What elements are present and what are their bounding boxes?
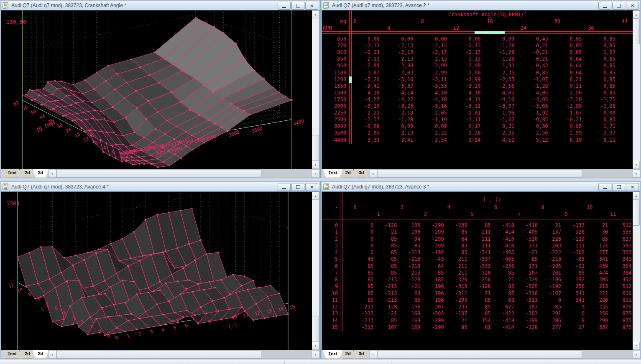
table-cell[interactable]: 474 [587,270,608,276]
table-cell[interactable]: -3,16 [382,76,414,82]
table-cell[interactable]: -303 [423,311,444,316]
row-header[interactable]: 10 [322,290,338,296]
close-button[interactable]: × [305,2,318,10]
table-cell[interactable]: -21 [517,249,538,255]
table-cell[interactable]: -2,99 [449,63,481,69]
table-cell[interactable]: 169 [399,324,420,330]
close-button[interactable]: × [626,2,639,10]
horizontal-scroll-thumb[interactable] [56,350,261,359]
row-header[interactable]: 850 [322,56,346,62]
table-cell[interactable]: 341 [610,256,631,262]
table-cell[interactable]: -3,33 [416,83,447,89]
vertical-scroll-track[interactable] [633,18,640,161]
table-cell[interactable]: -2,13 [382,110,414,116]
table-cell[interactable]: -128 [517,324,538,330]
table-cell[interactable]: 0,00 [449,36,481,42]
table-cell[interactable]: -3,07 [348,70,380,76]
table-cell[interactable]: -213 [352,304,373,310]
table-cell[interactable]: -256 [493,263,514,269]
table-cell[interactable]: 0,85 [584,63,615,69]
table-cell[interactable]: 439 [587,263,608,269]
vertical-scroll-thumb[interactable] [312,135,319,161]
table-cell[interactable]: 0,64 [551,63,582,69]
table-cell[interactable]: 211 [446,263,467,269]
table-cell[interactable]: -2,13 [449,49,481,55]
table-cell[interactable]: -21 [399,283,420,289]
table-cell[interactable]: -2,99 [416,63,447,69]
table-cell[interactable]: 85 [470,304,491,310]
table-cell[interactable]: -3,07 [483,103,514,109]
column-header[interactable]: 1 [364,211,393,217]
row-header[interactable]: 950 [322,63,346,69]
table-cell[interactable]: 169 [399,318,420,323]
table-cell[interactable]: -1,07 [517,76,548,82]
table-cell[interactable]: -1,19 [416,117,447,122]
table-cell[interactable]: -410 [493,243,514,249]
row-header[interactable]: 4400 [322,137,346,143]
column-header[interactable]: 5 [458,211,487,217]
table-cell[interactable]: 21 [540,222,561,228]
table-cell[interactable]: 6,10 [551,137,582,143]
horizontal-scroll-track[interactable] [56,169,312,178]
table-cell[interactable]: 211 [446,256,467,262]
table-cell[interactable]: -0,21 [517,43,548,48]
tab-text[interactable]: Text [323,350,343,359]
table-cell[interactable]: 17 [564,324,585,330]
table-cell[interactable]: -85 [564,256,585,262]
table-cell[interactable]: 68 [493,297,514,303]
table-cell[interactable]: -85 [446,229,467,235]
table-cell[interactable]: 0 [352,229,373,235]
column-header[interactable]: 0 [340,18,370,24]
table-cell[interactable]: -3,11 [449,103,481,109]
table-cell[interactable]: -2,13 [348,43,380,48]
column-header[interactable]: 6 [481,204,511,210]
table-cell[interactable]: 21 [470,290,491,296]
table-cell[interactable]: 2,26 [449,130,481,136]
tab-2d[interactable]: 2d [340,169,356,178]
table-cell[interactable]: -414 [493,324,514,330]
table-cell[interactable]: -3,20 [348,76,380,82]
table-cell[interactable]: 85 [376,236,397,242]
vertical-scroll-thumb[interactable] [633,18,640,44]
table-cell[interactable]: 21 [587,222,608,228]
table-cell[interactable]: -337 [470,256,491,262]
table-cell[interactable]: -1,28 [584,103,615,109]
table-cell[interactable]: 0,21 [483,123,514,129]
table-cell[interactable]: -2,13 [382,56,414,62]
table-cell[interactable]: 3,84 [449,137,481,143]
table-cell[interactable]: 0,00 [382,123,414,129]
table-cell[interactable]: -107 [540,290,561,296]
table-cell[interactable]: 85 [352,270,373,276]
table-cell[interactable]: 85 [446,249,467,255]
table-cell[interactable]: 0,17 [449,123,481,129]
scroll-up-button[interactable]: ▴ [633,10,640,18]
table-cell[interactable]: -299 [446,297,467,303]
table-cell[interactable]: -1,28 [483,49,514,55]
table-cell[interactable]: 85 [376,243,397,249]
table-cell[interactable]: 277 [587,249,608,255]
row-header[interactable]: 4 [322,249,338,255]
table-cell[interactable]: 512 [610,283,631,289]
table-cell[interactable]: 85 [376,263,397,269]
table-cell[interactable]: -1,92 [517,110,548,116]
vertical-scroll-thumb[interactable] [633,200,640,226]
table-cell[interactable]: -1,07 [551,110,582,116]
table-cell[interactable]: 0,00 [584,110,615,116]
scroll-left-button[interactable]: ‹ [49,350,56,359]
table-cell[interactable]: 30 [587,229,608,235]
table-cell[interactable]: 85 [376,249,397,255]
column-header[interactable]: 9 [552,211,581,217]
scroll-right-button[interactable]: › [632,350,640,359]
scroll-down-button[interactable]: ▾ [312,342,319,350]
row-header[interactable]: 5 [322,256,338,262]
table-cell[interactable]: -1,28 [382,117,414,122]
table-cell[interactable]: -1,71 [584,97,615,102]
table-cell[interactable]: 384 [610,270,631,276]
table-cell[interactable]: 0,85 [584,56,615,62]
table-cell[interactable]: 8,11 [584,137,615,143]
table-cell[interactable]: 4,52 [483,137,514,143]
table-cell[interactable]: -307 [517,304,538,310]
tab-text[interactable]: Text [2,350,22,359]
titlebar[interactable]: I0I Audi Q7 (Audi q7 mod), 383723, Crank… [1,1,319,10]
table-cell[interactable]: -2,13 [416,43,447,48]
